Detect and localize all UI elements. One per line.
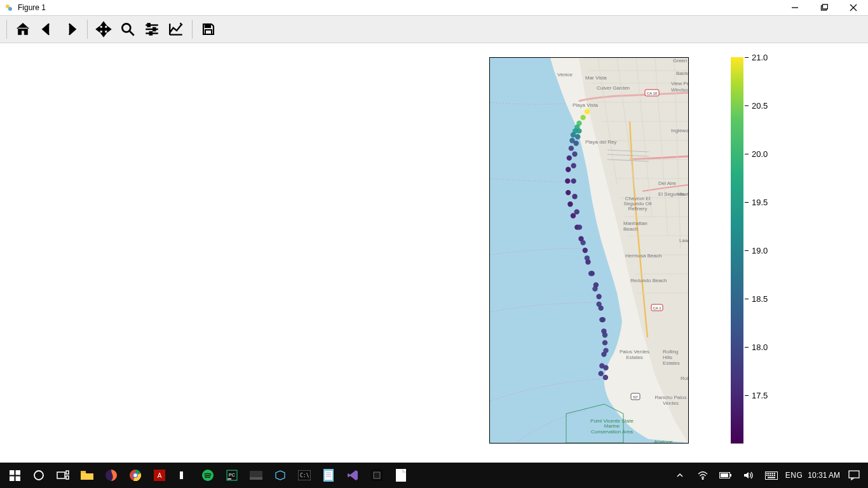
map-label: Hawthorne <box>677 191 689 197</box>
svg-rect-141 <box>772 475 773 476</box>
taskbar-clock[interactable]: 10:31 AM <box>808 471 840 480</box>
mpl-toolbar <box>0 15 868 43</box>
svg-rect-109 <box>178 470 189 481</box>
map-label: Culver Garden <box>597 85 630 91</box>
map-label: Venice <box>557 72 573 78</box>
svg-rect-115 <box>227 478 231 480</box>
forward-button[interactable] <box>59 17 83 41</box>
keyboard-icon[interactable] <box>763 471 780 480</box>
taskbar-app-icon[interactable] <box>389 463 413 488</box>
back-button[interactable] <box>35 17 59 41</box>
svg-point-51 <box>571 132 576 137</box>
toolbar-separator <box>87 20 88 39</box>
save-button[interactable] <box>196 17 220 41</box>
adobe-reader-icon[interactable]: A <box>147 463 172 488</box>
task-view-button[interactable] <box>51 463 75 488</box>
svg-point-82 <box>585 255 590 261</box>
titlebar: Figure 1 <box>0 0 868 15</box>
map-label: Rolling Hills Estates <box>663 349 688 366</box>
svg-point-84 <box>577 224 582 229</box>
close-button[interactable] <box>839 0 868 15</box>
file-explorer-icon[interactable] <box>75 463 99 488</box>
taskbar-app-icon[interactable] <box>268 463 292 488</box>
maximize-button[interactable] <box>810 0 839 15</box>
colorbar-tick: 17.5 <box>745 391 768 400</box>
svg-rect-4 <box>823 4 828 9</box>
svg-rect-138 <box>766 475 768 476</box>
svg-rect-140 <box>770 475 771 476</box>
system-tray[interactable]: ENG 10:31 AM <box>671 470 865 480</box>
svg-rect-142 <box>774 475 775 476</box>
pan-button[interactable] <box>92 17 116 41</box>
svg-point-70 <box>602 340 607 345</box>
chrome-icon[interactable] <box>123 463 147 488</box>
cmd-icon[interactable]: C:\ <box>292 463 316 488</box>
map-label: Redondo Beach <box>630 278 667 283</box>
volume-icon[interactable] <box>740 471 757 480</box>
map-label: Palos Verdes Estates <box>617 349 652 360</box>
svg-rect-117 <box>250 477 262 480</box>
toolbar-separator <box>6 20 7 39</box>
svg-rect-95 <box>15 470 20 475</box>
svg-rect-139 <box>768 475 770 476</box>
tray-chevron-icon[interactable] <box>671 471 689 479</box>
map-label: Del Aire <box>658 180 676 186</box>
windows-taskbar[interactable]: A PC C:\ <box>0 463 868 488</box>
home-button[interactable] <box>11 17 35 41</box>
svg-point-79 <box>596 302 601 307</box>
svg-point-58 <box>567 201 573 207</box>
map-label: Hermosa Beach <box>625 253 661 259</box>
map-label: Rolling <box>681 376 689 381</box>
taskbar-app-icon[interactable] <box>172 463 196 488</box>
language-indicator[interactable]: ENG <box>785 471 803 480</box>
svg-point-88 <box>571 163 576 168</box>
map-label: Rancho Palos Verdes <box>653 395 688 406</box>
colorbar-tick: 21.0 <box>745 53 768 62</box>
colorbar-tick: 18.5 <box>745 294 768 304</box>
svg-point-85 <box>574 209 580 214</box>
cortana-button[interactable] <box>27 463 51 488</box>
svg-rect-131 <box>721 473 728 477</box>
action-center-icon[interactable] <box>845 470 863 480</box>
svg-rect-143 <box>768 477 775 478</box>
svg-rect-12 <box>148 24 150 26</box>
svg-point-81 <box>588 271 593 276</box>
battery-icon[interactable] <box>717 471 735 479</box>
configure-subplots-button[interactable] <box>140 17 164 41</box>
colorbar-gradient <box>731 57 743 444</box>
notepad-icon[interactable] <box>316 463 341 488</box>
svg-point-53 <box>569 146 574 151</box>
svg-point-86 <box>572 194 577 199</box>
svg-point-98 <box>34 471 43 480</box>
svg-rect-102 <box>81 471 86 473</box>
svg-rect-135 <box>770 473 771 474</box>
svg-rect-121 <box>325 471 332 480</box>
minimize-button[interactable] <box>780 0 810 15</box>
svg-rect-93 <box>731 57 743 444</box>
svg-point-73 <box>599 371 604 376</box>
map-axes[interactable]: CA 10 CA 1 N7 Venice Mar Vista Culver Ga… <box>489 57 689 444</box>
colorbar-tick: 19.0 <box>745 246 768 255</box>
svg-point-47 <box>580 115 585 120</box>
svg-point-54 <box>567 155 572 160</box>
map-label: Windsor <box>671 87 689 93</box>
svg-point-80 <box>592 286 597 291</box>
svg-point-62 <box>583 248 588 253</box>
svg-point-77 <box>602 332 607 337</box>
start-button[interactable] <box>3 463 27 488</box>
svg-rect-133 <box>766 473 768 474</box>
taskbar-app-icon[interactable] <box>244 463 268 488</box>
svg-line-8 <box>130 31 134 36</box>
pycharm-icon[interactable]: PC <box>220 463 244 488</box>
spotify-icon[interactable] <box>196 463 220 488</box>
svg-rect-110 <box>180 471 183 479</box>
visual-studio-icon[interactable] <box>341 463 365 488</box>
zoom-button[interactable] <box>116 17 140 41</box>
map-label: Abalone Cove State <box>648 439 679 444</box>
firefox-icon[interactable] <box>99 463 123 488</box>
wifi-icon[interactable] <box>694 471 712 480</box>
figure-canvas[interactable]: CA 10 CA 1 N7 Venice Mar Vista Culver Ga… <box>0 43 868 455</box>
edit-axis-button[interactable] <box>164 17 188 41</box>
map-label: Manhattan Beach <box>623 220 655 232</box>
taskbar-app-icon[interactable] <box>365 463 389 488</box>
